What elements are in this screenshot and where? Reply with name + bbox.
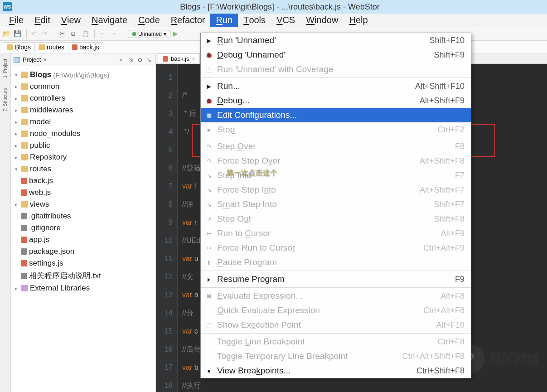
- forward-icon[interactable]: →: [110, 30, 118, 38]
- close-tab-icon[interactable]: ×: [192, 56, 195, 62]
- menu-item[interactable]: ●View Breakpoints...Ctrl+Shift+F8: [201, 363, 471, 378]
- menu-tools[interactable]: Tools: [238, 14, 271, 27]
- breadcrumb-item[interactable]: routes: [34, 42, 68, 52]
- folder-icon: [21, 201, 28, 208]
- cut-icon[interactable]: ✂: [60, 30, 68, 38]
- undo-icon[interactable]: ↶: [31, 30, 39, 38]
- code-line: //登陆: [182, 159, 201, 177]
- structure-tool-tab[interactable]: 7: Structure: [2, 85, 9, 114]
- copy-icon[interactable]: ⧉: [71, 30, 79, 38]
- tree-label: back.js: [29, 176, 53, 185]
- editor-tab-backjs[interactable]: back.js ×: [158, 53, 200, 63]
- menu-item-label: Step Out: [217, 214, 429, 224]
- menu-item-shortcut: Alt+Shift+F10: [415, 82, 465, 91]
- tree-label: package.json: [29, 247, 74, 256]
- folder-icon: [21, 83, 28, 90]
- watermark-text: 黑区网络: [489, 351, 540, 368]
- tree-node[interactable]: ▸External Libraries: [13, 282, 154, 294]
- breadcrumb-item[interactable]: Blogs: [3, 42, 35, 52]
- tree-node[interactable]: ▾Blogs (F:\Work\git\Blogs): [13, 69, 154, 81]
- menu-item-label: Force Step Over: [217, 156, 415, 166]
- paste-icon[interactable]: 📋: [82, 30, 90, 38]
- menu-item[interactable]: 🐞Debug 'Unnamed'Shift+F9: [201, 48, 471, 62]
- menu-window[interactable]: Window: [300, 14, 344, 27]
- menu-edit[interactable]: Edit: [29, 14, 55, 27]
- tree-node[interactable]: 相关程序启动说明.txt: [13, 269, 154, 282]
- folder-icon: [21, 131, 28, 137]
- menu-item-shortcut: Shift+F8: [434, 214, 465, 224]
- file-icon: [21, 248, 27, 255]
- tree-node[interactable]: app.js: [13, 234, 154, 246]
- folder-icon: [21, 166, 28, 172]
- menu-item[interactable]: ▶Run...Alt+Shift+F10: [201, 79, 471, 93]
- menu-item[interactable]: ▦Edit Configurations...: [201, 108, 471, 122]
- run-config-label: Unnamed: [138, 31, 162, 37]
- tree-node[interactable]: back.js: [13, 175, 154, 187]
- menu-item-icon: ↦: [205, 245, 213, 252]
- menu-item-label: Stop: [217, 125, 433, 135]
- menu-file[interactable]: File: [4, 14, 29, 27]
- tree-label: .gitattributes: [29, 212, 71, 221]
- breadcrumb-item[interactable]: back.js: [68, 42, 103, 52]
- menu-item-label: Smart Step Into: [217, 199, 429, 209]
- tree-node[interactable]: package.json: [13, 246, 154, 257]
- tree-label: routes: [30, 165, 51, 174]
- menu-code[interactable]: Code: [133, 14, 165, 27]
- save-icon[interactable]: 💾: [14, 30, 22, 38]
- tree-node[interactable]: ▸common: [13, 81, 154, 92]
- tree-node[interactable]: .gitattributes: [13, 210, 154, 222]
- menu-item-shortcut: Alt+Shift+F8: [420, 156, 465, 166]
- tree-node[interactable]: .gitignore: [13, 222, 154, 234]
- project-tree[interactable]: ▾Blogs (F:\Work\git\Blogs)▸common▸contro…: [11, 66, 155, 297]
- tree-node[interactable]: ▸controllers: [13, 92, 154, 104]
- tree-label: Repository: [30, 153, 67, 162]
- menu-run[interactable]: Run: [210, 14, 238, 27]
- hide-icon[interactable]: ↘: [146, 57, 153, 63]
- project-tool-window: Project ▾ ⌖ ⇲ ⚙ ↘ ▾Blogs (F:\Work\git\Bl…: [11, 53, 156, 392]
- gear-icon[interactable]: ⚙: [137, 57, 144, 63]
- tree-node[interactable]: ▸node_modules: [13, 128, 154, 140]
- menu-item: Quick Evaluate ExpressionCtrl+Alt+F8: [201, 303, 471, 318]
- target-icon[interactable]: ⌖: [119, 57, 126, 63]
- menu-item-label: Force Run to Cursor: [217, 243, 419, 253]
- open-icon[interactable]: 📂: [3, 30, 11, 38]
- menu-item[interactable]: 🐞Debug...Alt+Shift+F9: [201, 93, 471, 108]
- menu-help[interactable]: Help: [344, 14, 373, 27]
- tree-node[interactable]: ▸Repository: [13, 151, 154, 163]
- menu-item-icon: ↷: [205, 158, 213, 165]
- menu-item[interactable]: ⏵Resume ProgramF9: [201, 272, 471, 286]
- js-file-icon: [21, 178, 27, 184]
- collapse-icon[interactable]: ⇲: [128, 57, 135, 63]
- run-icon[interactable]: ▶: [173, 30, 181, 38]
- menu-navigate[interactable]: Navigate: [86, 14, 133, 27]
- back-icon[interactable]: ←: [99, 30, 107, 38]
- dropdown-arrow-icon[interactable]: ▾: [44, 56, 47, 63]
- menu-item: ↷Force Step OverAlt+Shift+F8: [201, 154, 471, 168]
- project-header-label: Project: [23, 56, 41, 63]
- tree-node[interactable]: ▸public: [13, 140, 154, 151]
- tree-label: app.js: [29, 235, 49, 244]
- tab-label: back.js: [171, 55, 189, 62]
- redo-icon[interactable]: ↷: [42, 30, 50, 38]
- tree-twisty-icon: ▸: [14, 143, 19, 149]
- project-tool-tab[interactable]: 1: Project: [2, 56, 9, 81]
- tree-twisty-icon: ▸: [14, 131, 19, 137]
- run-config-selector[interactable]: ⬢ Unnamed ▾: [128, 30, 170, 38]
- menu-item-label: Toggle Temporary Line Breakpoint: [217, 351, 397, 361]
- menu-item-label: Debug 'Unnamed': [217, 50, 429, 60]
- tree-label: common: [30, 82, 59, 91]
- menu-item: 🖩Evaluate Expression...Alt+F8: [201, 289, 471, 303]
- tree-node[interactable]: web.js: [13, 187, 154, 198]
- tree-node[interactable]: settings.js: [13, 257, 154, 269]
- menu-item[interactable]: ▶Run 'Unnamed'Shift+F10: [201, 33, 471, 48]
- window-title-bar: WS Blogs - [F:\Work\git\Blogs] - ...\rou…: [0, 0, 547, 14]
- tree-node[interactable]: ▸middlewares: [13, 104, 154, 116]
- menu-view[interactable]: View: [56, 14, 86, 27]
- tree-node[interactable]: ▸model: [13, 116, 154, 128]
- tree-node[interactable]: ▾routes: [13, 163, 154, 175]
- menu-refactor[interactable]: Refactor: [165, 14, 211, 27]
- menu-vcs[interactable]: VCS: [271, 14, 300, 27]
- menu-item-shortcut: Shift+F9: [434, 50, 465, 60]
- code-content[interactable]: /* * 后 *///登陆var l//注var r//UEdvar u//文v…: [178, 64, 201, 392]
- tree-node[interactable]: ▸views: [13, 198, 154, 210]
